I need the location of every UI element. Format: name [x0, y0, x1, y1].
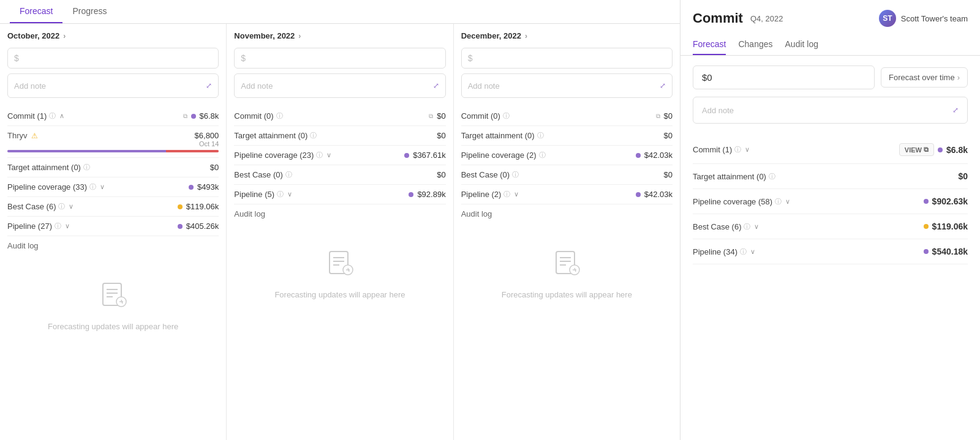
forecast-over-time-button[interactable]: Forecast over time › [881, 67, 968, 88]
commit-info-icon-november[interactable]: ⓘ [276, 111, 283, 121]
commit-info-icon-december[interactable]: ⓘ [503, 111, 510, 121]
best-case-info-icon-december[interactable]: ⓘ [512, 170, 519, 179]
left-panel: Forecast Progress October, 2022 › $ Add … [0, 0, 680, 440]
amount-field-october[interactable] [23, 54, 213, 63]
pipeline-cov-toggle-october[interactable]: ∨ [100, 183, 105, 191]
pipeline-cov-info-icon-december[interactable]: ⓘ [539, 151, 546, 160]
expand-icon-november[interactable]: ⤢ [433, 81, 439, 90]
month-chevron-november[interactable]: › [298, 32, 301, 40]
right-pipeline-cov-info-icon[interactable]: ⓘ [775, 197, 782, 206]
note-input-october[interactable]: Add note ⤢ [7, 73, 219, 98]
tab-progress[interactable]: Progress [62, 0, 116, 23]
best-case-info-icon-november[interactable]: ⓘ [285, 170, 292, 179]
amount-field-december[interactable] [476, 54, 666, 63]
right-pipeline-cov-toggle[interactable]: ∨ [785, 198, 790, 206]
pipeline-toggle-november[interactable]: ∨ [287, 190, 292, 198]
right-pipeline-cov-value: $902.63k [932, 196, 968, 206]
empty-icon-october [98, 278, 129, 315]
tab-forecast-right[interactable]: Forecast [693, 34, 726, 55]
amount-field-november[interactable] [249, 54, 439, 63]
best-case-row-december: Best Case (0) ⓘ $0 [461, 165, 673, 185]
month-title-october: October, 2022 [7, 31, 59, 40]
commit-external-icon-december[interactable]: ⧉ [656, 113, 660, 120]
right-title-row: Commit Q4, 2022 ST Scott Tower's team [693, 10, 968, 27]
right-title-group: Commit Q4, 2022 [693, 10, 783, 26]
commit-row-october: Commit (1) ⓘ ∧ ⧉ $6.8k [7, 106, 219, 126]
empty-state-october: Forecasting updates will appear here [7, 260, 219, 349]
bar-red [166, 150, 219, 152]
empty-state-december: Forecasting updates will appear here [461, 228, 673, 318]
right-note-input[interactable]: Add note ⤢ [693, 97, 968, 124]
expand-icon-december[interactable]: ⤢ [660, 81, 666, 90]
right-expand-icon[interactable]: ⤢ [952, 106, 959, 114]
tab-forecast[interactable]: Forecast [10, 0, 62, 23]
commit-text-october: Commit (1) [7, 111, 47, 121]
forecast-amount-box[interactable]: $0 [693, 65, 875, 89]
view-button-commit[interactable]: VIEW ⧉ [899, 143, 934, 156]
commit-info-icon-october[interactable]: ⓘ [49, 111, 56, 121]
pipeline-label-october: Pipeline (27) ⓘ ∨ [7, 222, 70, 231]
right-commit-toggle[interactable]: ∨ [745, 146, 750, 154]
pipeline-toggle-december[interactable]: ∨ [514, 190, 519, 198]
target-value-october: $0 [210, 163, 219, 172]
target-info-icon-december[interactable]: ⓘ [537, 131, 544, 140]
pipeline-cov-info-icon-october[interactable]: ⓘ [89, 182, 96, 192]
pipeline-cov-info-icon-november[interactable]: ⓘ [316, 151, 323, 160]
best-case-toggle-october[interactable]: ∨ [69, 203, 74, 211]
tab-changes-right[interactable]: Changes [738, 34, 772, 55]
commit-toggle-october[interactable]: ∧ [59, 112, 64, 120]
month-chevron-october[interactable]: › [63, 32, 66, 40]
pipeline-cov-row-october: Pipeline coverage (33) ⓘ ∨ $493k [7, 177, 219, 197]
amount-input-october[interactable]: $ [7, 48, 219, 69]
top-tabs: Forecast Progress [0, 0, 680, 24]
right-commit-row: Commit (1) ⓘ ∨ VIEW ⧉ $6.8k [693, 136, 968, 164]
note-input-december[interactable]: Add note ⤢ [461, 73, 673, 98]
month-header-december: December, 2022 › [461, 31, 673, 40]
pipeline-info-icon-december[interactable]: ⓘ [503, 190, 510, 199]
right-best-case-toggle[interactable]: ∨ [754, 223, 759, 231]
pipeline-info-icon-november[interactable]: ⓘ [277, 190, 284, 199]
month-chevron-december[interactable]: › [525, 32, 527, 40]
commit-external-icon-november[interactable]: ⧉ [429, 113, 433, 120]
audit-log-october: Audit log [7, 236, 219, 354]
target-label-october: Target attainment (0) ⓘ [7, 163, 90, 172]
target-row-november: Target attainment (0) ⓘ $0 [234, 126, 445, 146]
amount-input-december[interactable]: $ [461, 48, 673, 69]
right-target-row: Target attainment (0) ⓘ $0 [693, 164, 968, 189]
right-pipeline-info-icon[interactable]: ⓘ [740, 247, 747, 256]
commit-row-december: Commit (0) ⓘ ⧉ $0 [461, 106, 673, 126]
commit-label-october: Commit (1) ⓘ ∧ [7, 111, 64, 121]
target-info-icon-november[interactable]: ⓘ [310, 131, 317, 140]
right-header: Commit Q4, 2022 ST Scott Tower's team Fo… [680, 0, 980, 56]
audit-log-november: Audit log [234, 204, 445, 323]
pipeline-info-icon-october[interactable]: ⓘ [55, 222, 61, 231]
dollar-icon-november: $ [241, 53, 246, 63]
empty-text-november: Forecasting updates will appear here [274, 290, 405, 299]
commit-dot-october [191, 114, 196, 119]
right-best-case-info-icon[interactable]: ⓘ [744, 222, 750, 231]
commit-value-october: ⧉ $6.8k [183, 111, 219, 121]
right-commit-info-icon[interactable]: ⓘ [734, 145, 741, 154]
pipeline-cov-value-october: $493k [189, 182, 219, 192]
month-title-december: December, 2022 [461, 31, 521, 40]
amount-input-november[interactable]: $ [234, 48, 445, 69]
forecast-over-time-chevron: › [957, 73, 960, 82]
right-body: $0 Forecast over time › Add note ⤢ Commi… [680, 56, 980, 440]
best-case-row-october: Best Case (6) ⓘ ∨ $119.06k [7, 197, 219, 217]
commit-external-icon-october[interactable]: ⧉ [183, 113, 187, 120]
pipeline-cov-toggle-november[interactable]: ∨ [326, 151, 331, 159]
forecast-input-row: $0 Forecast over time › [693, 65, 968, 89]
target-info-icon-october[interactable]: ⓘ [83, 163, 90, 172]
right-target-info-icon[interactable]: ⓘ [769, 172, 775, 181]
right-pipeline-toggle[interactable]: ∨ [750, 248, 755, 256]
note-input-november[interactable]: Add note ⤢ [234, 73, 445, 98]
pipeline-toggle-october[interactable]: ∨ [65, 222, 70, 230]
right-panel-tabs: Forecast Changes Audit log [693, 34, 968, 55]
best-case-info-icon-october[interactable]: ⓘ [58, 202, 65, 211]
dollar-icon-december: $ [468, 53, 473, 63]
audit-log-title-november: Audit log [234, 209, 445, 218]
deal-date-thryv: Oct 14 [195, 140, 219, 147]
month-header-november: November, 2022 › [234, 31, 445, 40]
expand-icon-october[interactable]: ⤢ [206, 81, 212, 90]
tab-audit-log-right[interactable]: Audit log [785, 34, 818, 55]
